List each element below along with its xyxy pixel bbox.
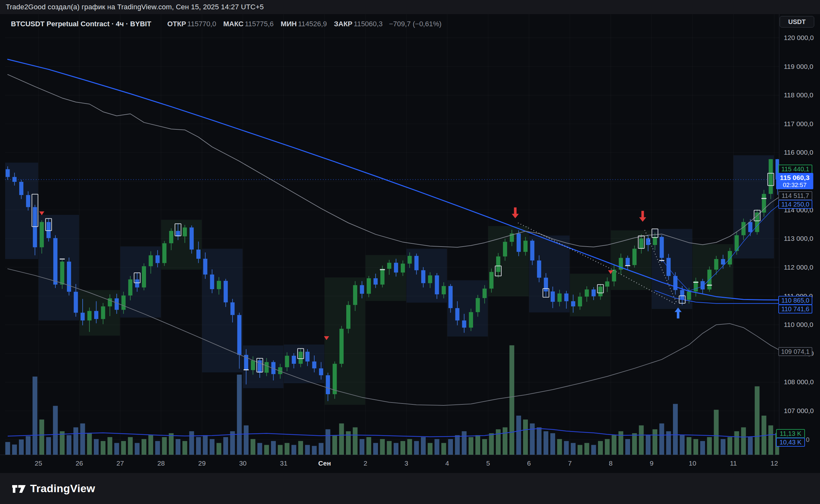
candle-body (557, 294, 562, 302)
indicator-price-label: 115 440,1 (778, 165, 812, 174)
candle-body (87, 311, 92, 321)
indicator-price-label: 114 511,7 (778, 191, 812, 200)
price-axis-tick: 119 000,0 (784, 63, 813, 70)
volume-bar (509, 345, 514, 455)
volume-bar (298, 441, 303, 455)
candle-body (605, 281, 609, 287)
volume-bar (639, 426, 644, 455)
sell-arrow-down-icon (512, 207, 519, 218)
candle-body (12, 177, 17, 182)
chart-plot-area[interactable] (5, 14, 779, 455)
volume-bar (216, 443, 221, 455)
candle-body (162, 243, 166, 263)
candle-body (680, 290, 684, 300)
time-axis-label: 28 (157, 459, 165, 467)
candle-body (203, 259, 207, 274)
volume-bar (53, 406, 58, 455)
candle-body (701, 281, 705, 289)
buy-arrow-up-icon (675, 307, 682, 318)
price-axis-tick: 107 000,0 (784, 407, 814, 415)
candle-body (353, 285, 357, 305)
ma-gray-fast (8, 75, 779, 248)
volume-bar (183, 441, 187, 455)
time-axis-label: 11 (730, 459, 737, 467)
candle-body (401, 264, 405, 272)
volume-bar (714, 410, 719, 455)
candle-body (94, 311, 98, 319)
ohlc-field-label: МАКС (223, 20, 243, 28)
day-range-box (406, 249, 447, 303)
volume-bar (278, 445, 282, 455)
price-axis-tick: 116 000,0 (784, 149, 813, 156)
candle-body (346, 305, 350, 329)
candle-body (748, 222, 752, 232)
volume-bar (632, 433, 637, 455)
candle-body (667, 258, 671, 276)
volume-bar (94, 439, 99, 455)
candle-body (578, 297, 582, 306)
volume-bar (237, 375, 242, 455)
day-range-box (202, 249, 242, 372)
volume-bar (271, 441, 276, 455)
volume-bar (544, 431, 548, 455)
volume-bar (169, 433, 174, 455)
candle-body (121, 296, 126, 310)
candle-body (223, 281, 228, 302)
currency-toggle-button[interactable]: USDT (780, 16, 814, 28)
indicator-price-label: 110 865,0 (778, 296, 812, 305)
candle-body (305, 352, 309, 361)
tradingview-snapshot: Trade2Good создал(а) график на TradingVi… (0, 0, 820, 504)
volume-bar (442, 443, 446, 455)
time-axis-label: 12 (770, 459, 778, 467)
candle-body (503, 242, 507, 256)
ohlc-field-value: 115775,6 (245, 20, 273, 28)
time-axis-label: 10 (689, 459, 696, 467)
volume-bar (694, 439, 698, 455)
time-axis-label: 5 (486, 459, 490, 467)
symbol-title: BTCUSDT Perpetual Contract · 4ч · BYBIT (11, 20, 151, 28)
candle-body (298, 352, 303, 364)
price-axis-tick: 118 000,0 (784, 91, 813, 99)
day-range-box (611, 230, 651, 290)
candle-body (564, 294, 569, 301)
candle-body (455, 308, 459, 321)
volume-bar (114, 443, 119, 455)
time-axis[interactable]: 25262728293031Сен23456789101112 (0, 455, 779, 473)
volume-bar (557, 439, 562, 455)
volume-bar (353, 427, 357, 455)
volume-bar (605, 439, 610, 455)
volume-bar (619, 431, 623, 455)
volume-bar (12, 444, 17, 455)
day-range-box (284, 345, 324, 383)
volume-bar (39, 419, 44, 455)
candle-body (407, 256, 412, 264)
time-axis-label: 2 (363, 459, 367, 467)
tradingview-logo[interactable]: TradingView (12, 482, 95, 495)
candle-body (46, 222, 51, 238)
volume-bar (19, 439, 24, 455)
volume-bar (285, 443, 289, 455)
volume-bar (121, 441, 126, 455)
volume-bar (291, 445, 296, 455)
volume-bar (360, 439, 364, 455)
volume-bar (455, 435, 460, 455)
volume-bar (26, 436, 30, 455)
volume-bar (142, 439, 146, 455)
dash-marker (693, 282, 698, 283)
price-axis[interactable]: 120 000,0119 000,0118 000,0117 000,0116 … (779, 14, 820, 455)
volume-bar (741, 427, 746, 455)
price-axis-tick: 120 000,0 (784, 34, 814, 42)
candle-body (26, 195, 30, 207)
time-axis-label: 26 (76, 459, 83, 467)
volume-bar (257, 443, 262, 455)
day-range-box (734, 155, 774, 258)
time-axis-label: 6 (527, 459, 531, 467)
volume-bar (387, 441, 392, 455)
price-change: −709,7 (−0,61%) (389, 20, 442, 28)
ohlc-field-label: МИН (280, 20, 296, 28)
indicator-price-label: 11,13 K (776, 429, 805, 438)
volume-bar (482, 439, 487, 455)
candle-body (469, 312, 473, 328)
volume-bar (67, 435, 71, 455)
candle-body (524, 241, 528, 252)
